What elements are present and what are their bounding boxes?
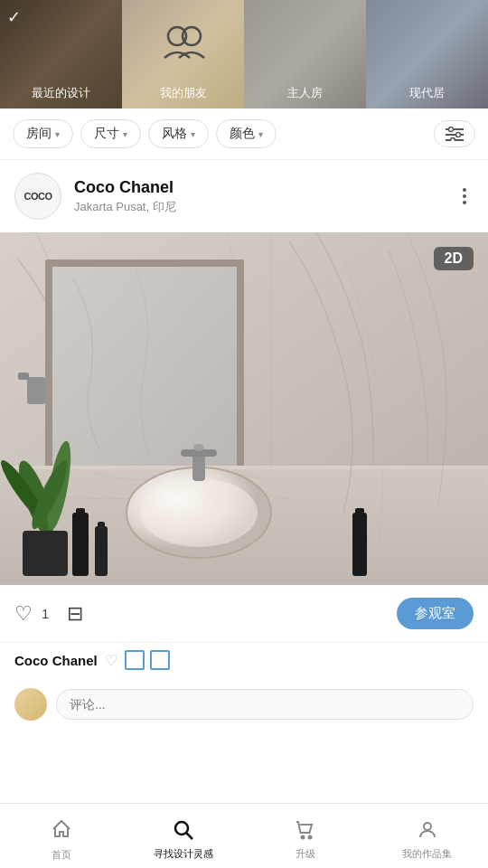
2d-badge: 2D	[434, 247, 474, 270]
category-label-friends: 我的朋友	[160, 85, 207, 101]
filter-settings-button[interactable]	[434, 120, 475, 147]
post-icons	[125, 650, 170, 670]
like-count: 1	[42, 606, 49, 621]
design-image[interactable]: 2D	[0, 232, 488, 585]
svg-rect-25	[23, 531, 68, 576]
more-dot	[463, 188, 466, 192]
category-master[interactable]: 主人房	[244, 0, 366, 108]
chevron-icon: ▾	[191, 129, 195, 139]
user-info: Coco Chanel Jakarta Pusat, 印尼	[74, 178, 443, 215]
check-icon: ✓	[7, 7, 21, 27]
visit-room-button[interactable]: 参观室	[397, 598, 474, 629]
svg-rect-30	[352, 513, 367, 576]
svg-rect-29	[98, 522, 105, 529]
square-icon-1[interactable]	[125, 650, 145, 670]
filter-color[interactable]: 颜色 ▾	[216, 119, 277, 148]
avatar[interactable]: COCO	[14, 173, 61, 220]
category-label-master: 主人房	[287, 85, 323, 101]
svg-rect-13	[0, 466, 488, 469]
svg-point-33	[175, 822, 188, 835]
actions-row: ♡ 1 ⊟ 参观室	[0, 585, 488, 643]
svg-rect-19	[27, 377, 45, 404]
svg-point-36	[308, 835, 311, 838]
svg-point-7	[451, 138, 455, 142]
chevron-icon: ▾	[258, 129, 263, 139]
nav-portfolio[interactable]: 我的作品集	[366, 812, 488, 861]
svg-point-5	[456, 133, 461, 137]
svg-point-3	[449, 127, 454, 132]
like-group: ♡ 1 ⊟	[14, 602, 397, 626]
user-card: COCO Coco Chanel Jakarta Pusat, 印尼	[0, 160, 488, 232]
post-author: Coco Chanel	[14, 653, 98, 668]
svg-rect-28	[95, 526, 108, 576]
post-info-row: Coco Chanel ♡	[0, 643, 488, 681]
svg-rect-31	[355, 508, 364, 515]
nav-upgrade-label: 升级	[296, 847, 315, 861]
bottom-nav: 首页 寻找设计灵感 升级 我的作品集	[0, 803, 488, 868]
category-label-modern: 现代居	[409, 85, 445, 101]
more-dot	[463, 194, 466, 198]
user-name: Coco Chanel	[74, 178, 443, 197]
category-label-recent: 最近的设计	[32, 85, 90, 101]
nav-home-label: 首页	[52, 848, 71, 862]
category-recent[interactable]: ✓ 最近的设计	[0, 0, 122, 108]
filter-room[interactable]: 房间 ▾	[13, 119, 73, 148]
home-icon	[51, 818, 72, 845]
more-dot	[463, 201, 466, 204]
category-friends[interactable]: 我的朋友	[122, 0, 244, 108]
svg-rect-27	[76, 508, 85, 517]
svg-rect-20	[18, 373, 29, 380]
commenter-avatar	[14, 688, 47, 721]
comment-input-row	[0, 681, 488, 728]
cart-icon	[295, 819, 316, 844]
heart-icon-small: ♡	[105, 652, 117, 669]
svg-line-34	[186, 833, 192, 839]
user-location: Jakarta Pusat, 印尼	[74, 199, 443, 215]
design-svg	[0, 232, 488, 585]
svg-point-15	[140, 478, 258, 547]
like-button[interactable]: ♡	[14, 602, 33, 626]
comment-input[interactable]	[56, 689, 474, 720]
nav-explore[interactable]: 寻找设计灵感	[122, 812, 244, 861]
chevron-icon: ▾	[123, 129, 127, 139]
svg-point-35	[301, 835, 304, 838]
category-modern[interactable]: 现代居	[366, 0, 488, 108]
nav-upgrade[interactable]: 升级	[244, 812, 366, 861]
filter-bar: 房间 ▾ 尺寸 ▾ 风格 ▾ 颜色 ▾	[0, 108, 488, 160]
svg-point-37	[424, 823, 431, 830]
bookmark-button[interactable]: ⊟	[67, 602, 83, 626]
user-icon	[417, 819, 438, 844]
search-icon	[173, 819, 194, 844]
svg-point-18	[193, 444, 204, 451]
svg-rect-26	[72, 513, 89, 576]
settings-sliders-icon	[446, 127, 464, 141]
filter-style[interactable]: 风格 ▾	[148, 119, 209, 148]
avatar-text: COCO	[24, 191, 52, 202]
chevron-icon: ▾	[55, 129, 60, 139]
more-options-button[interactable]	[455, 184, 474, 208]
square-icon-2[interactable]	[150, 650, 170, 670]
filter-size[interactable]: 尺寸 ▾	[80, 119, 141, 148]
nav-portfolio-label: 我的作品集	[402, 847, 452, 861]
nav-explore-label: 寻找设计灵感	[154, 847, 213, 861]
category-strip: ✓ 最近的设计 我的朋友 主人房 现代居	[0, 0, 488, 108]
nav-home[interactable]: 首页	[0, 811, 122, 862]
